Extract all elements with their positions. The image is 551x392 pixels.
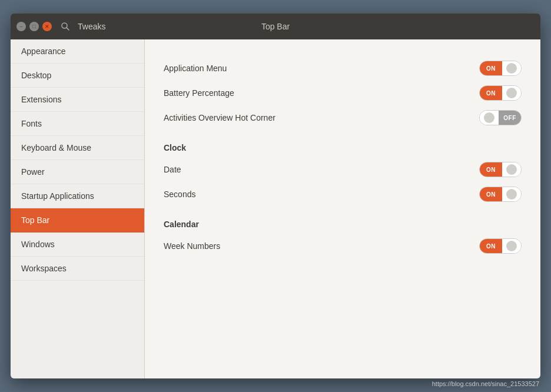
url-bar: https://blog.csdn.net/sinac_21533527 — [432, 380, 539, 387]
sidebar-item-fonts[interactable]: Fonts — [11, 112, 144, 136]
setting-row-date: Date ON — [164, 157, 522, 182]
main-window: – □ ✕ Tweaks Top Bar Appearance De — [11, 14, 540, 378]
setting-row-hot-corner: Activities Overview Hot Corner OFF — [164, 105, 522, 130]
toggle-on-label: ON — [480, 61, 502, 75]
setting-row-week-numbers: Week Numbers ON — [164, 234, 522, 258]
minimize-button[interactable]: – — [16, 22, 26, 31]
sidebar: Appearance Desktop Extensions Fonts Keyb… — [11, 39, 145, 378]
sidebar-item-extensions[interactable]: Extensions — [11, 88, 144, 112]
sidebar-item-top-bar[interactable]: Top Bar — [11, 208, 144, 232]
toggle-knob — [502, 162, 521, 177]
toggle-hot-corner[interactable]: OFF — [479, 110, 522, 125]
setting-label-battery-percentage: Battery Percentage — [164, 88, 234, 98]
sidebar-item-startup-applications[interactable]: Startup Applications — [11, 184, 144, 208]
toggle-on-label: ON — [480, 239, 502, 253]
toggle-knob — [502, 187, 521, 201]
setting-label-hot-corner: Activities Overview Hot Corner — [164, 113, 276, 122]
main-content: Appearance Desktop Extensions Fonts Keyb… — [11, 39, 540, 378]
titlebar: – □ ✕ Tweaks Top Bar — [11, 14, 540, 39]
setting-label-week-numbers: Week Numbers — [164, 241, 220, 251]
svg-line-1 — [67, 28, 69, 30]
calendar-section-header: Calendar — [164, 217, 522, 231]
toggle-seconds[interactable]: ON — [479, 187, 522, 202]
toggle-on-label: ON — [480, 86, 502, 100]
sidebar-item-power[interactable]: Power — [11, 160, 144, 184]
sidebar-item-windows[interactable]: Windows — [11, 232, 144, 257]
content-area: Application Menu ON Battery Percentage O… — [145, 39, 540, 378]
toggle-week-numbers[interactable]: ON — [479, 238, 522, 254]
sidebar-item-appearance[interactable]: Appearance — [11, 39, 144, 64]
clock-section-header: Clock — [164, 141, 522, 155]
toggle-knob — [502, 239, 521, 253]
setting-label-date: Date — [164, 165, 181, 174]
window-controls: – □ ✕ — [16, 22, 52, 31]
toggle-on-label: ON — [480, 162, 502, 177]
sidebar-item-desktop[interactable]: Desktop — [11, 64, 144, 88]
toggle-battery-percentage[interactable]: ON — [479, 85, 522, 101]
setting-label-seconds: Seconds — [164, 190, 195, 199]
close-button[interactable]: ✕ — [42, 22, 52, 31]
setting-row-battery-percentage: Battery Percentage ON — [164, 81, 522, 105]
toggle-on-label: ON — [480, 187, 502, 201]
search-icon — [60, 21, 71, 32]
window-title: Top Bar — [261, 22, 290, 31]
toggle-knob — [502, 86, 521, 100]
setting-label-application-menu: Application Menu — [164, 64, 227, 73]
app-name: Tweaks — [78, 22, 105, 31]
setting-row-seconds: Seconds ON — [164, 182, 522, 207]
maximize-button[interactable]: □ — [29, 22, 39, 31]
sidebar-item-keyboard-mouse[interactable]: Keyboard & Mouse — [11, 136, 144, 160]
toggle-date[interactable]: ON — [479, 162, 522, 177]
toggle-application-menu[interactable]: ON — [479, 61, 522, 76]
sidebar-item-workspaces[interactable]: Workspaces — [11, 257, 144, 281]
toggle-knob — [502, 61, 521, 75]
toggle-off-label: OFF — [499, 111, 521, 125]
setting-row-application-menu: Application Menu ON — [164, 56, 522, 81]
toggle-knob-off — [480, 111, 499, 125]
